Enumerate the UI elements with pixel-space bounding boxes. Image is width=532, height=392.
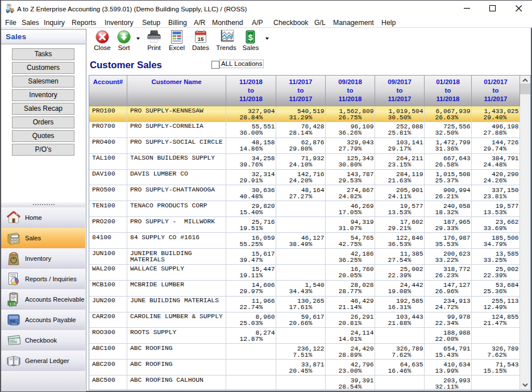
svg-text:$: $ — [248, 32, 253, 42]
svg-text:15: 15 — [198, 36, 204, 42]
